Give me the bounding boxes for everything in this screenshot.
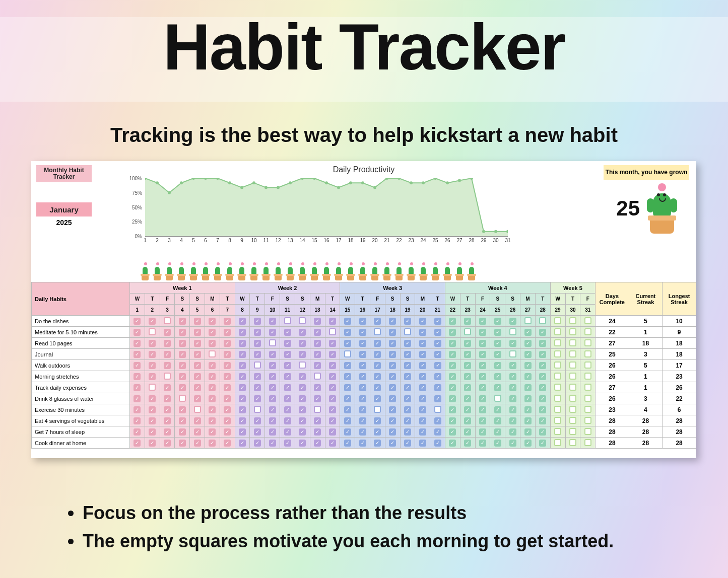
habit-day-cell[interactable] [340,371,355,382]
habit-day-cell[interactable] [445,382,460,393]
habit-day-cell[interactable] [505,415,520,426]
habit-day-cell[interactable] [310,438,325,449]
habit-day-cell[interactable] [385,415,400,426]
habit-day-cell[interactable] [370,393,385,404]
habit-day-cell[interactable] [160,349,175,360]
habit-day-cell[interactable] [190,438,205,449]
habit-day-cell[interactable] [415,360,430,371]
habit-day-cell[interactable] [475,438,490,449]
habit-day-cell[interactable] [340,338,355,349]
habit-day-cell[interactable] [370,415,385,426]
habit-day-cell[interactable] [415,415,430,426]
habit-day-cell[interactable] [490,371,505,382]
habit-day-cell[interactable] [310,404,325,415]
habit-day-cell[interactable] [535,438,550,449]
habit-day-cell[interactable] [175,316,190,327]
habit-day-cell[interactable] [310,393,325,404]
habit-day-cell[interactable] [205,438,220,449]
habit-day-cell[interactable] [325,327,340,338]
habit-day-cell[interactable] [310,316,325,327]
habit-day-cell[interactable] [280,382,295,393]
habit-day-cell[interactable] [430,349,445,360]
habit-day-cell[interactable] [535,393,550,404]
habit-day-cell[interactable] [355,404,370,415]
habit-day-cell[interactable] [415,316,430,327]
habit-day-cell[interactable] [160,438,175,449]
habit-day-cell[interactable] [460,438,475,449]
habit-day-cell[interactable] [175,404,190,415]
habit-day-cell[interactable] [175,426,190,438]
habit-day-cell[interactable] [265,393,280,404]
habit-day-cell[interactable] [340,438,355,449]
habit-day-cell[interactable] [145,316,160,327]
habit-day-cell[interactable] [415,349,430,360]
habit-day-cell[interactable] [415,438,430,449]
habit-day-cell[interactable] [265,349,280,360]
habit-day-cell[interactable] [400,426,415,438]
habit-day-cell[interactable] [295,438,310,449]
habit-day-cell[interactable] [310,360,325,371]
habit-day-cell[interactable] [520,404,536,415]
habit-day-cell[interactable] [250,327,265,338]
habit-day-cell[interactable] [505,382,520,393]
habit-day-cell[interactable] [250,438,265,449]
habit-day-cell[interactable] [445,349,460,360]
habit-day-cell[interactable] [370,438,385,449]
habit-day-cell[interactable] [370,426,385,438]
habit-day-cell[interactable] [385,360,400,371]
habit-day-cell[interactable] [280,360,295,371]
habit-day-cell[interactable] [340,382,355,393]
habit-day-cell[interactable] [295,371,310,382]
habit-day-cell[interactable] [430,404,445,415]
habit-day-cell[interactable] [340,404,355,415]
habit-day-cell[interactable] [400,415,415,426]
habit-day-cell[interactable] [385,338,400,349]
habit-day-cell[interactable] [550,438,565,449]
habit-day-cell[interactable] [250,415,265,426]
habit-day-cell[interactable] [129,316,145,327]
habit-day-cell[interactable] [325,338,340,349]
habit-day-cell[interactable] [355,360,370,371]
habit-day-cell[interactable] [190,371,205,382]
habit-day-cell[interactable] [220,415,235,426]
habit-day-cell[interactable] [535,316,550,327]
habit-day-cell[interactable] [129,393,145,404]
habit-day-cell[interactable] [580,338,595,349]
habit-day-cell[interactable] [250,360,265,371]
habit-day-cell[interactable] [355,415,370,426]
habit-day-cell[interactable] [190,327,205,338]
habit-day-cell[interactable] [280,338,295,349]
habit-day-cell[interactable] [175,360,190,371]
habit-day-cell[interactable] [129,415,145,426]
habit-day-cell[interactable] [190,349,205,360]
year-cell[interactable]: 2025 [36,219,92,227]
habit-day-cell[interactable] [520,316,536,327]
habit-day-cell[interactable] [310,349,325,360]
habit-day-cell[interactable] [445,371,460,382]
habit-day-cell[interactable] [565,415,580,426]
habit-day-cell[interactable] [295,393,310,404]
habit-day-cell[interactable] [535,338,550,349]
habit-day-cell[interactable] [400,360,415,371]
habit-day-cell[interactable] [580,316,595,327]
habit-day-cell[interactable] [310,327,325,338]
habit-day-cell[interactable] [580,360,595,371]
habit-day-cell[interactable] [580,393,595,404]
habit-day-cell[interactable] [280,438,295,449]
habit-day-cell[interactable] [265,371,280,382]
habit-day-cell[interactable] [430,371,445,382]
habit-day-cell[interactable] [475,327,490,338]
habit-day-cell[interactable] [475,349,490,360]
habit-day-cell[interactable] [385,393,400,404]
habit-day-cell[interactable] [280,393,295,404]
habit-day-cell[interactable] [190,338,205,349]
habit-day-cell[interactable] [490,349,505,360]
habit-day-cell[interactable] [265,360,280,371]
habit-day-cell[interactable] [445,338,460,349]
habit-day-cell[interactable] [415,426,430,438]
habit-day-cell[interactable] [475,371,490,382]
habit-day-cell[interactable] [295,360,310,371]
habit-day-cell[interactable] [430,316,445,327]
habit-day-cell[interactable] [565,327,580,338]
habit-day-cell[interactable] [325,316,340,327]
